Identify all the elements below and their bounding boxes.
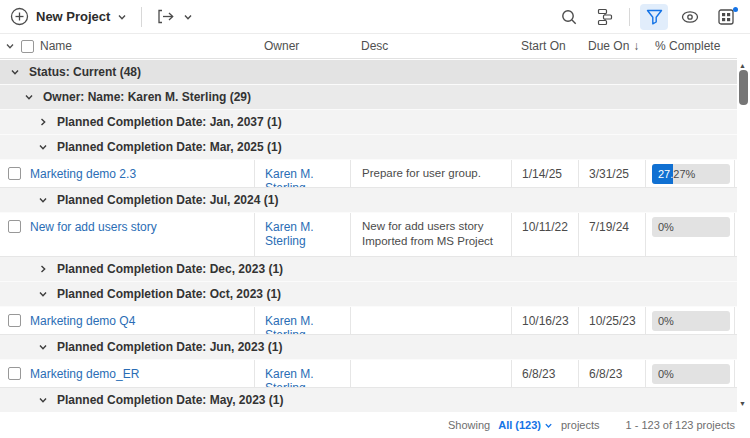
layout-grid-icon[interactable] xyxy=(712,4,740,30)
start-on-cell: 10/11/22 xyxy=(511,213,578,256)
select-all-checkbox[interactable] xyxy=(21,40,34,53)
start-on-cell: 1/14/25 xyxy=(511,160,578,187)
owner-link[interactable]: Karen M. Sterling xyxy=(265,314,314,334)
group-label: Status: Current (48) xyxy=(29,65,141,79)
group-row[interactable]: Status: Current (48) xyxy=(0,60,737,85)
table-row: Marketing demo 2.3 Karen M. Sterling Pre… xyxy=(0,160,737,188)
project-name-link[interactable]: Marketing demo_ER xyxy=(30,367,139,381)
grouping-icon[interactable] xyxy=(591,4,619,30)
chevron-down-icon[interactable] xyxy=(38,395,48,405)
chevron-down-icon[interactable] xyxy=(38,342,48,352)
footer: Showing All (123) projects 1 - 123 of 12… xyxy=(0,412,750,438)
percent-complete-field[interactable]: 0% 0% xyxy=(652,217,730,237)
group-row[interactable]: Planned Completion Date: Mar, 2025 (1) xyxy=(0,135,737,160)
percent-complete-field[interactable]: 0% 0% xyxy=(652,311,730,331)
chevron-right-icon[interactable] xyxy=(38,264,48,274)
toolbar-divider xyxy=(141,7,142,27)
chevron-down-icon[interactable] xyxy=(24,92,34,102)
desc-cell xyxy=(350,307,511,334)
column-header-pct-complete[interactable]: % Complete xyxy=(645,39,735,53)
due-on-cell: 6/8/23 xyxy=(578,360,645,387)
group-label: Owner: Name: Karen M. Sterling (29) xyxy=(43,90,251,104)
percent-complete-field[interactable]: 27.27% 27.27% xyxy=(652,164,730,184)
projects-label: projects xyxy=(561,419,600,431)
toolbar: New Project xyxy=(0,0,750,34)
project-name-link[interactable]: Marketing demo 2.3 xyxy=(30,167,136,181)
new-project-button[interactable]: New Project xyxy=(10,7,127,26)
search-icon[interactable] xyxy=(555,4,583,30)
owner-link[interactable]: Karen M. Sterling xyxy=(265,220,314,248)
owner-link[interactable]: Karen M. Sterling xyxy=(265,367,314,387)
scrollbar-down-arrow[interactable]: ▼ xyxy=(738,400,747,408)
group-row[interactable]: Planned Completion Date: Oct, 2023 (1) xyxy=(0,282,737,307)
due-on-cell: 10/25/23 xyxy=(578,307,645,334)
row-checkbox[interactable] xyxy=(8,314,21,327)
table-row: New for add users story Karen M. Sterlin… xyxy=(0,213,737,257)
table-row: Marketing demo Q4 Karen M. Sterling 10/1… xyxy=(0,307,737,335)
scrollbar-up-arrow[interactable]: ▲ xyxy=(738,62,747,70)
column-header-name[interactable]: Name xyxy=(40,39,72,53)
desc-cell: New for add users story Imported from MS… xyxy=(350,213,511,256)
group-label: Planned Completion Date: Mar, 2025 (1) xyxy=(57,140,282,154)
percent-complete-field[interactable]: 0% 0% xyxy=(652,364,730,384)
row-checkbox[interactable] xyxy=(8,220,21,233)
table-row: Marketing demo_ER Karen M. Sterling 6/8/… xyxy=(0,360,737,388)
range-label: 1 - 123 of 123 projects xyxy=(626,419,735,431)
column-header-due-on[interactable]: Due On ↓ xyxy=(578,39,645,53)
plus-circle-icon xyxy=(10,7,29,26)
view-eye-icon[interactable] xyxy=(676,4,704,30)
chevron-down-icon xyxy=(183,12,193,22)
showing-label: Showing xyxy=(448,419,490,431)
group-row[interactable]: Planned Completion Date: Jun, 2023 (1) xyxy=(0,335,737,360)
group-label: Planned Completion Date: May, 2023 (1) xyxy=(57,393,284,407)
chevron-down-icon[interactable] xyxy=(38,195,48,205)
column-header-row: Name Owner Desc Start On Due On ↓ % Comp… xyxy=(0,34,737,59)
desc-cell: Prepare for user group. xyxy=(350,160,511,187)
owner-link[interactable]: Karen M. Sterling xyxy=(265,167,314,187)
project-list-page: New Project xyxy=(0,0,750,438)
notification-dot xyxy=(733,7,738,12)
chevron-down-icon xyxy=(117,12,127,22)
column-header-start-on[interactable]: Start On xyxy=(511,39,578,53)
showing-filter-dropdown[interactable]: All (123) xyxy=(498,419,553,431)
chevron-right-icon[interactable] xyxy=(38,117,48,127)
group-label: Planned Completion Date: Dec, 2023 (1) xyxy=(57,262,283,276)
scrollbar-thumb[interactable] xyxy=(739,70,748,105)
new-project-label: New Project xyxy=(36,9,110,24)
chevron-down-icon[interactable] xyxy=(38,142,48,152)
due-on-cell: 7/19/24 xyxy=(578,213,645,256)
export-button[interactable] xyxy=(156,8,193,25)
start-on-cell: 10/16/23 xyxy=(511,307,578,334)
export-icon xyxy=(156,8,176,25)
desc-cell xyxy=(350,360,511,387)
chevron-down-icon[interactable] xyxy=(5,41,15,51)
group-row[interactable]: Planned Completion Date: Dec, 2023 (1) xyxy=(0,257,737,282)
start-on-cell: 6/8/23 xyxy=(511,360,578,387)
column-header-desc[interactable]: Desc xyxy=(350,39,511,53)
group-label: Planned Completion Date: Jul, 2024 (1) xyxy=(57,193,278,207)
group-row[interactable]: Planned Completion Date: May, 2023 (1) xyxy=(0,388,737,412)
group-label: Planned Completion Date: Jun, 2023 (1) xyxy=(57,340,282,354)
group-label: Planned Completion Date: Jan, 2037 (1) xyxy=(57,115,282,129)
filter-icon[interactable] xyxy=(640,4,668,30)
chevron-down-icon[interactable] xyxy=(38,289,48,299)
due-on-cell: 3/31/25 xyxy=(578,160,645,187)
sort-descending-icon: ↓ xyxy=(633,39,639,53)
group-row[interactable]: Planned Completion Date: Jul, 2024 (1) xyxy=(0,188,737,213)
group-label: Planned Completion Date: Oct, 2023 (1) xyxy=(57,287,281,301)
group-row[interactable]: Owner: Name: Karen M. Sterling (29) xyxy=(0,85,737,110)
group-row[interactable]: Planned Completion Date: Jan, 2037 (1) xyxy=(0,110,737,135)
row-checkbox[interactable] xyxy=(8,167,21,180)
chevron-down-icon xyxy=(544,421,553,430)
column-header-owner[interactable]: Owner xyxy=(254,39,350,53)
project-name-link[interactable]: Marketing demo Q4 xyxy=(30,314,135,328)
toolbar-icon-divider xyxy=(629,8,630,26)
row-checkbox[interactable] xyxy=(8,367,21,380)
project-name-link[interactable]: New for add users story xyxy=(30,220,157,234)
toolbar-right xyxy=(555,4,740,30)
table-body: Status: Current (48)Owner: Name: Karen M… xyxy=(0,60,737,412)
chevron-down-icon[interactable] xyxy=(10,67,20,77)
